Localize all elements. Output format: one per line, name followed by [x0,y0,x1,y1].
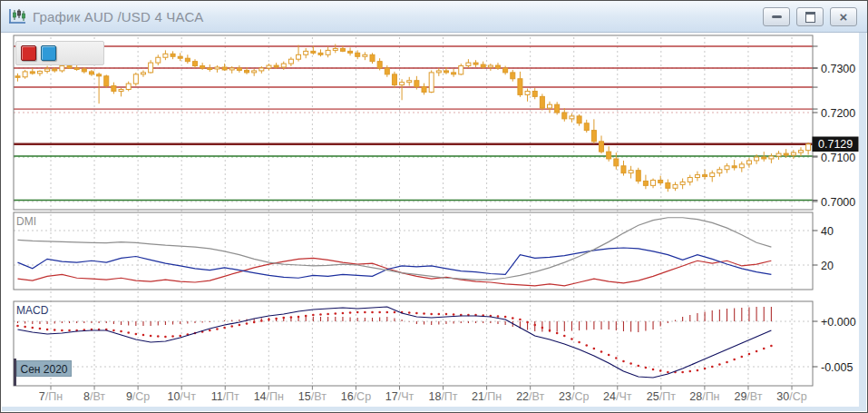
svg-text:29/Вт: 29/Вт [734,390,762,403]
current-price-value: 0.7129 [818,138,853,151]
svg-text:14/Пн: 14/Пн [254,390,284,403]
svg-text:0.7100: 0.7100 [821,152,855,164]
svg-text:+0.000: +0.000 [821,316,856,329]
svg-text:21/Пн: 21/Пн [472,390,502,403]
macd-label: MACD [16,304,49,317]
svg-text:7/Пн: 7/Пн [39,390,63,403]
svg-text:0.7000: 0.7000 [821,196,855,209]
candlestick-chart-icon [7,7,27,25]
blue-marker-button[interactable] [41,45,56,61]
svg-text:18/Пт: 18/Пт [428,390,457,403]
svg-text:0.7300: 0.7300 [821,63,855,75]
restore-icon [805,12,815,23]
chart-window: 7/Пн8/Вт9/Ср10/Чт11/Пт14/Пн15/Вт16/Ср17/… [0,0,868,413]
chart-canvas[interactable]: 7/Пн8/Вт9/Ср10/Чт11/Пт14/Пн15/Вт16/Ср17/… [1,1,867,412]
svg-text:28/Пн: 28/Пн [689,390,719,403]
restore-button[interactable] [796,7,824,26]
close-icon: × [840,10,848,24]
svg-text:23/Ср: 23/Ср [559,390,589,403]
svg-text:8/Вт: 8/Вт [83,390,105,403]
svg-text:30/Ср: 30/Ср [776,390,806,403]
svg-text:40: 40 [821,225,834,238]
svg-text:-0.005: -0.005 [821,361,853,374]
svg-text:10/Чт: 10/Чт [167,390,196,403]
svg-text:9/Ср: 9/Ср [126,390,150,403]
svg-text:16/Ср: 16/Ср [341,390,371,403]
window-controls: × [756,7,857,26]
svg-text:22/Вт: 22/Вт [516,390,544,403]
svg-text:17/Чт: 17/Чт [385,390,414,403]
svg-text:25/Пт: 25/Пт [647,390,676,403]
svg-text:20: 20 [821,260,834,272]
month-badge-label: Сен 2020 [21,363,68,376]
dmi-label: DMI [16,215,36,228]
red-marker-button[interactable] [21,45,36,61]
svg-text:15/Вт: 15/Вт [298,390,327,403]
svg-text:11/Пт: 11/Пт [211,390,239,403]
minimize-button[interactable] [763,7,790,26]
chart-toolbar [15,41,104,65]
close-button[interactable]: × [830,7,857,26]
window-title: График AUD /USD 4 ЧАСА [33,9,203,25]
minimize-icon [772,15,782,18]
month-marker-bar [14,359,16,386]
titlebar[interactable]: График AUD /USD 4 ЧАСА × [1,1,867,33]
svg-text:0.7200: 0.7200 [821,107,855,120]
svg-text:24/Чт: 24/Чт [603,390,632,403]
